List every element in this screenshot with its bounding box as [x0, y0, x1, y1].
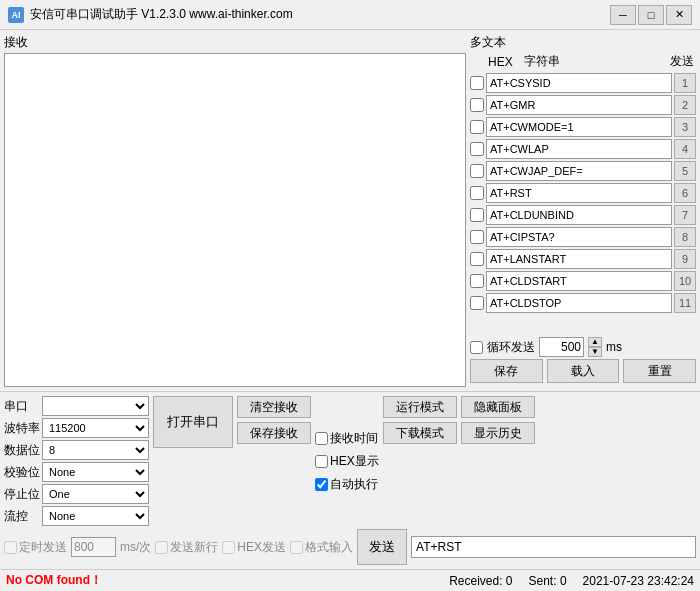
- loop-send-row: 循环发送 ▲ ▼ ms: [470, 333, 696, 359]
- no-com-text: No COM found！: [6, 572, 449, 589]
- databits-label: 数据位: [4, 442, 40, 459]
- mt-row-input[interactable]: [486, 205, 672, 225]
- mt-row-send-btn[interactable]: 1: [674, 73, 696, 93]
- mt-row-checkbox[interactable]: [470, 296, 484, 310]
- loop-spin-up[interactable]: ▲: [588, 337, 602, 347]
- parity-label: 校验位: [4, 464, 40, 481]
- multi-text-row: 3: [470, 117, 696, 137]
- hide-panel-button[interactable]: 隐藏面板: [461, 396, 535, 418]
- right-panel: 多文本 HEX 字符串 发送 1 2 3 4 5 6: [470, 30, 700, 391]
- right-buttons: 运行模式 下载模式: [383, 396, 457, 526]
- stopbits-label: 停止位: [4, 486, 40, 503]
- databits-select[interactable]: 8: [42, 440, 149, 460]
- baud-label: 波特率: [4, 420, 40, 437]
- loop-send-input[interactable]: [539, 337, 584, 357]
- auto-execute-checkbox[interactable]: [315, 478, 328, 491]
- mt-row-send-btn[interactable]: 8: [674, 227, 696, 247]
- mt-row-checkbox[interactable]: [470, 252, 484, 266]
- mt-row-input[interactable]: [486, 117, 672, 137]
- mt-row-send-btn[interactable]: 7: [674, 205, 696, 225]
- mt-row-checkbox[interactable]: [470, 208, 484, 222]
- right-panel-header: 多文本: [470, 34, 696, 51]
- mt-row-input[interactable]: [486, 249, 672, 269]
- close-button[interactable]: ✕: [666, 5, 692, 25]
- mt-row-send-btn[interactable]: 9: [674, 249, 696, 269]
- newline-check-item: 发送新行: [155, 539, 218, 556]
- format-input-check-item: 格式输入: [290, 539, 353, 556]
- timed-send-checkbox[interactable]: [4, 541, 17, 554]
- port-select[interactable]: [42, 396, 149, 416]
- mt-row-checkbox[interactable]: [470, 274, 484, 288]
- mt-row-send-btn[interactable]: 3: [674, 117, 696, 137]
- mt-row-send-btn[interactable]: 4: [674, 139, 696, 159]
- receive-time-check-item: 接收时间: [315, 430, 379, 447]
- mt-row-send-btn[interactable]: 5: [674, 161, 696, 181]
- loop-send-checkbox[interactable]: [470, 341, 483, 354]
- mt-row-input[interactable]: [486, 293, 672, 313]
- mt-row-checkbox[interactable]: [470, 76, 484, 90]
- mt-row-input[interactable]: [486, 95, 672, 115]
- send-col-label: 发送: [668, 53, 696, 70]
- save-button[interactable]: 保存: [470, 359, 543, 383]
- minimize-button[interactable]: ─: [610, 5, 636, 25]
- mt-row-send-btn[interactable]: 10: [674, 271, 696, 291]
- mt-row-input[interactable]: [486, 183, 672, 203]
- mt-row-checkbox[interactable]: [470, 164, 484, 178]
- mt-row-send-btn[interactable]: 2: [674, 95, 696, 115]
- hex-send-checkbox[interactable]: [222, 541, 235, 554]
- receive-time-checkbox[interactable]: [315, 432, 328, 445]
- stopbits-select[interactable]: One: [42, 484, 149, 504]
- port-label: 串口: [4, 398, 40, 415]
- multi-text-rows: 1 2 3 4 5 6 7 8 9 10 11: [470, 73, 696, 333]
- run-mode-button[interactable]: 运行模式: [383, 396, 457, 418]
- multi-text-row: 10: [470, 271, 696, 291]
- multi-text-row: 7: [470, 205, 696, 225]
- databits-row: 数据位 8: [4, 440, 149, 460]
- baud-row: 波特率 115200: [4, 418, 149, 438]
- download-mode-button[interactable]: 下载模式: [383, 422, 457, 444]
- receive-textarea[interactable]: [4, 53, 466, 387]
- bottom-controls: 串口 波特率 115200 数据位 8: [0, 391, 700, 569]
- newline-checkbox[interactable]: [155, 541, 168, 554]
- send-button[interactable]: 发送: [357, 529, 407, 565]
- status-time: 2021-07-23 23:42:24: [583, 574, 694, 588]
- action-btns-row: 保存 载入 重置: [470, 359, 696, 387]
- mt-row-input[interactable]: [486, 139, 672, 159]
- hex-send-label: HEX发送: [237, 539, 286, 556]
- show-history-button[interactable]: 显示历史: [461, 422, 535, 444]
- format-input-checkbox[interactable]: [290, 541, 303, 554]
- mt-row-checkbox[interactable]: [470, 186, 484, 200]
- flow-select[interactable]: None: [42, 506, 149, 526]
- mt-row-checkbox[interactable]: [470, 120, 484, 134]
- parity-row: 校验位 None: [4, 462, 149, 482]
- save-receive-button[interactable]: 保存接收: [237, 422, 311, 444]
- load-button[interactable]: 载入: [547, 359, 620, 383]
- mt-row-send-btn[interactable]: 11: [674, 293, 696, 313]
- flow-label: 流控: [4, 508, 40, 525]
- maximize-button[interactable]: □: [638, 5, 664, 25]
- hex-display-checkbox[interactable]: [315, 455, 328, 468]
- title-text: 安信可串口调试助手 V1.2.3.0 www.ai-thinker.com: [30, 6, 610, 23]
- clear-receive-button[interactable]: 清空接收: [237, 396, 311, 418]
- open-port-button[interactable]: 打开串口: [153, 396, 233, 448]
- mt-row-input[interactable]: [486, 271, 672, 291]
- baud-select[interactable]: 115200: [42, 418, 149, 438]
- mt-row-checkbox[interactable]: [470, 98, 484, 112]
- mt-row-input[interactable]: [486, 161, 672, 181]
- mt-row-send-btn[interactable]: 6: [674, 183, 696, 203]
- mt-row-input[interactable]: [486, 227, 672, 247]
- auto-execute-label: 自动执行: [330, 476, 378, 493]
- timed-send-input[interactable]: [71, 537, 116, 557]
- loop-spin-down[interactable]: ▼: [588, 347, 602, 357]
- stopbits-row: 停止位 One: [4, 484, 149, 504]
- mt-row-checkbox[interactable]: [470, 142, 484, 156]
- multi-text-row: 5: [470, 161, 696, 181]
- receive-label: 接收: [4, 34, 466, 51]
- mt-row-checkbox[interactable]: [470, 230, 484, 244]
- format-input-label: 格式输入: [305, 539, 353, 556]
- parity-select[interactable]: None: [42, 462, 149, 482]
- mt-row-input[interactable]: [486, 73, 672, 93]
- send-area-row: 定时发送 ms/次 发送新行 HEX发送 格式输入 发送: [4, 529, 696, 565]
- send-input[interactable]: [411, 536, 696, 558]
- reset-button[interactable]: 重置: [623, 359, 696, 383]
